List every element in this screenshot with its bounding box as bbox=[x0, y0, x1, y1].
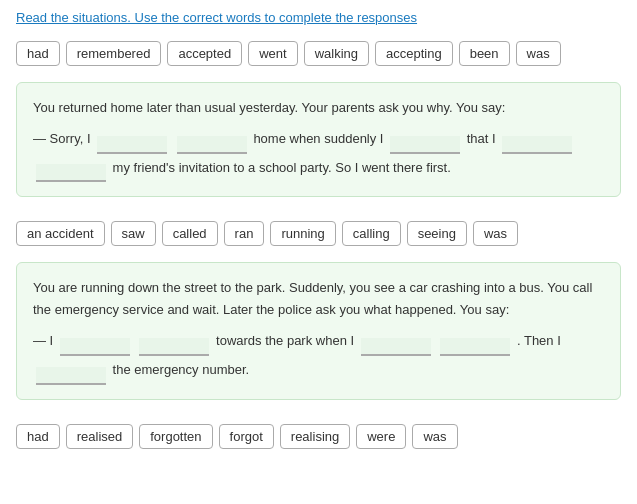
chip-ran[interactable]: ran bbox=[224, 221, 265, 246]
chip-realised[interactable]: realised bbox=[66, 424, 134, 449]
word-bank-3: had realised forgotten forgot realising … bbox=[0, 416, 637, 457]
blank-1-1[interactable] bbox=[97, 136, 167, 154]
blank-2-3[interactable] bbox=[361, 338, 431, 356]
word-bank-1: had remembered accepted went walking acc… bbox=[0, 33, 637, 74]
chip-saw[interactable]: saw bbox=[111, 221, 156, 246]
chip-forgotten[interactable]: forgotten bbox=[139, 424, 212, 449]
chip-had-1[interactable]: had bbox=[16, 41, 60, 66]
chip-accepting[interactable]: accepting bbox=[375, 41, 453, 66]
chip-had-3[interactable]: had bbox=[16, 424, 60, 449]
blank-2-2[interactable] bbox=[139, 338, 209, 356]
chip-been[interactable]: been bbox=[459, 41, 510, 66]
scenario-1-response: — Sorry, I home when suddenly I that I m… bbox=[33, 125, 604, 182]
chip-seeing[interactable]: seeing bbox=[407, 221, 467, 246]
chip-realising[interactable]: realising bbox=[280, 424, 350, 449]
blank-2-4[interactable] bbox=[440, 338, 510, 356]
chip-an-accident[interactable]: an accident bbox=[16, 221, 105, 246]
chip-were[interactable]: were bbox=[356, 424, 406, 449]
blank-1-5[interactable] bbox=[36, 164, 106, 182]
chip-remembered[interactable]: remembered bbox=[66, 41, 162, 66]
chip-calling[interactable]: calling bbox=[342, 221, 401, 246]
chip-called[interactable]: called bbox=[162, 221, 218, 246]
scenario-1-text: You returned home later than usual yeste… bbox=[33, 97, 604, 119]
chip-running[interactable]: running bbox=[270, 221, 335, 246]
scenario-box-1: You returned home later than usual yeste… bbox=[16, 82, 621, 197]
chip-accepted[interactable]: accepted bbox=[167, 41, 242, 66]
scenario-2-text: You are running down the street to the p… bbox=[33, 277, 604, 321]
blank-1-2[interactable] bbox=[177, 136, 247, 154]
chip-forgot[interactable]: forgot bbox=[219, 424, 274, 449]
blank-1-3[interactable] bbox=[390, 136, 460, 154]
chip-was-1[interactable]: was bbox=[516, 41, 561, 66]
blank-2-5[interactable] bbox=[36, 367, 106, 385]
scenario-box-2: You are running down the street to the p… bbox=[16, 262, 621, 399]
scenario-2-response: — I towards the park when I . Then I the… bbox=[33, 327, 604, 384]
chip-walking[interactable]: walking bbox=[304, 41, 369, 66]
chip-went[interactable]: went bbox=[248, 41, 297, 66]
chip-was-2[interactable]: was bbox=[473, 221, 518, 246]
word-bank-2: an accident saw called ran running calli… bbox=[0, 213, 637, 254]
blank-2-1[interactable] bbox=[60, 338, 130, 356]
chip-was-3[interactable]: was bbox=[412, 424, 457, 449]
instruction: Read the situations. Use the correct wor… bbox=[0, 0, 637, 33]
blank-1-4[interactable] bbox=[502, 136, 572, 154]
